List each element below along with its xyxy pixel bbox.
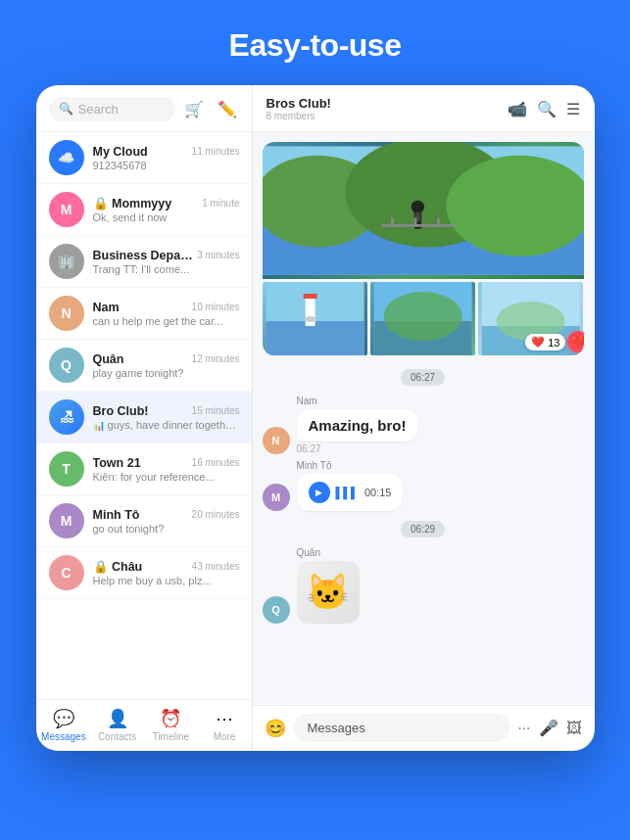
chat-name: 🔒 Châu xyxy=(93,559,143,574)
chat-preview: go out tonight? xyxy=(93,523,240,535)
compose-button[interactable]: ✏️ xyxy=(215,96,240,121)
image-main: HD xyxy=(263,142,584,279)
image-button[interactable]: 🖼 xyxy=(566,720,582,737)
mic-button[interactable]: 🎤 xyxy=(539,719,558,737)
chat-name: Bro Club! xyxy=(93,404,149,418)
message-time-nam: 06:27 xyxy=(297,443,418,454)
sender-name-minh-to: Minh Tô xyxy=(297,460,404,471)
tab-contacts-label: Contacts xyxy=(98,731,136,742)
avatar: T xyxy=(49,451,84,487)
avatar: 🏢 xyxy=(49,244,84,279)
tab-bar: 💬 Messages 👤 Contacts ⏰ Timeline ⋯ More xyxy=(37,699,252,750)
video-call-icon[interactable]: 📹 xyxy=(508,100,527,118)
more-icon: ⋯ xyxy=(216,708,233,729)
avatar-nam: N xyxy=(263,427,290,454)
chat-time: 1 minute xyxy=(202,198,239,209)
avatar-minh-to: M xyxy=(263,484,290,511)
sender-name-nam: Nam xyxy=(297,396,418,406)
avatar: M xyxy=(49,503,84,538)
chat-time: 16 minutes xyxy=(192,457,240,468)
tab-contacts[interactable]: 👤 Contacts xyxy=(90,700,144,750)
chat-header-name: Bros Club! xyxy=(267,96,331,111)
svg-rect-13 xyxy=(266,321,363,355)
tab-timeline[interactable]: ⏰ Timeline xyxy=(144,700,198,750)
chat-name: Business Depart... xyxy=(93,249,198,262)
chat-preview: 912345678 xyxy=(93,160,240,171)
messages-icon: 💬 xyxy=(53,708,74,729)
chat-header: Bros Club! 8 members 📹 🔍 ☰ xyxy=(253,86,594,132)
message-row-nam: N Nam Amazing, bro! 06:27 xyxy=(263,396,584,454)
sticker: 🐱 xyxy=(297,561,360,624)
contacts-icon: 👤 xyxy=(107,708,128,729)
image-thumb-3: ❤️ 13 ❤️ xyxy=(478,282,583,355)
time-pill-2: 06:29 xyxy=(401,521,445,537)
dots-button[interactable]: ··· xyxy=(517,720,530,737)
timeline-icon: ⏰ xyxy=(160,708,181,729)
search-placeholder: Search xyxy=(78,102,119,117)
chat-item-bro-club[interactable]: 🏖 Bro Club! 15 minutes 📊 guys, have dinn… xyxy=(37,392,252,443)
avatar: ☁️ xyxy=(49,140,84,175)
input-field[interactable]: Messages xyxy=(294,714,510,742)
svg-rect-11 xyxy=(437,217,440,226)
chat-item-chau[interactable]: C 🔒 Châu 43 minutes Help me buy a usb, p… xyxy=(37,547,252,599)
chat-preview: Ok, send it now xyxy=(93,211,240,223)
chat-preview: can u help me get the car... xyxy=(93,315,240,327)
page-title: Easy-to-use xyxy=(229,27,402,64)
avatar: N xyxy=(49,296,84,331)
messages-area: HD xyxy=(253,132,594,705)
avatar-quan: Q xyxy=(263,596,290,624)
chat-item-business[interactable]: 🏢 Business Depart... 3 minutes Trang TT:… xyxy=(37,236,252,288)
svg-rect-10 xyxy=(413,217,416,226)
sidebar: 🔍 Search 🛒 ✏️ ☁️ My Cloud 11 minutes xyxy=(37,86,253,750)
tab-messages-label: Messages xyxy=(41,731,86,742)
chat-list: ☁️ My Cloud 11 minutes 912345678 M � xyxy=(37,132,252,699)
svg-point-16 xyxy=(304,316,315,322)
image-thumb-1 xyxy=(263,282,367,355)
chat-time: 11 minutes xyxy=(192,146,240,157)
message-row-minh-to: M Minh Tô ▶ ▌▌▌ 00:15 xyxy=(263,460,584,511)
sender-name-quan: Quân xyxy=(297,547,360,558)
chat-item-my-cloud[interactable]: ☁️ My Cloud 11 minutes 912345678 xyxy=(37,132,252,184)
tab-timeline-label: Timeline xyxy=(153,731,189,742)
heart-floating: ❤️ xyxy=(567,331,583,352)
chat-item-quan[interactable]: Q Quân 12 minutes play game tonight? xyxy=(37,340,252,392)
chat-item-nam[interactable]: N Nam 10 minutes can u help me get the c… xyxy=(37,288,252,340)
chat-name: My Cloud xyxy=(93,145,148,159)
app-frame: 🔍 Search 🛒 ✏️ ☁️ My Cloud 11 minutes xyxy=(36,85,595,751)
avatar: M xyxy=(49,192,84,227)
cart-button[interactable]: 🛒 xyxy=(181,96,207,121)
message-row-quan: Q Quân 🐱 xyxy=(263,547,584,624)
chat-item-minh-to[interactable]: M Minh Tô 20 minutes go out tonight? xyxy=(37,495,252,547)
heart-icon: ❤️ xyxy=(531,336,545,349)
image-grid: HD xyxy=(263,142,584,355)
chat-preview: play game tonight? xyxy=(93,367,240,379)
search-bar[interactable]: 🔍 Search xyxy=(49,97,175,121)
search-chat-icon[interactable]: 🔍 xyxy=(537,100,557,118)
chat-header-subtitle: 8 members xyxy=(267,111,331,121)
emoji-button[interactable]: 😊 xyxy=(265,718,286,739)
voice-bubble: ▶ ▌▌▌ 00:15 xyxy=(297,474,404,511)
chat-time: 43 minutes xyxy=(192,561,240,572)
menu-icon[interactable]: ☰ xyxy=(566,100,580,118)
svg-rect-9 xyxy=(391,217,394,226)
chat-item-town21[interactable]: T Town 21 16 minutes Kiên: for your refe… xyxy=(37,443,252,495)
input-placeholder: Messages xyxy=(308,721,365,735)
chat-name: Minh Tô xyxy=(93,508,140,522)
reaction-count: 13 xyxy=(548,337,559,349)
chat-name: 🔒 Mommyyy xyxy=(93,196,172,210)
chat-time: 15 minutes xyxy=(192,405,240,416)
avatar: 🏖 xyxy=(49,399,84,435)
chat-item-mommyyy[interactable]: M 🔒 Mommyyy 1 minute Ok, send it now xyxy=(37,184,252,236)
tab-more[interactable]: ⋯ More xyxy=(198,700,252,750)
chat-preview: 📊 guys, have dinner together... xyxy=(93,419,240,431)
chat-preview: Help me buy a usb, plz... xyxy=(93,575,240,586)
tab-messages[interactable]: 💬 Messages xyxy=(37,700,91,750)
play-button[interactable]: ▶ xyxy=(309,482,330,503)
image-thumb-2 xyxy=(370,282,475,355)
voice-bars-icon: ▌▌▌ xyxy=(336,487,359,498)
svg-point-6 xyxy=(411,201,423,213)
chat-time: 10 minutes xyxy=(192,302,240,312)
chat-panel: Bros Club! 8 members 📹 🔍 ☰ xyxy=(253,86,594,750)
svg-point-19 xyxy=(383,292,461,341)
chat-name: Nam xyxy=(93,301,120,314)
